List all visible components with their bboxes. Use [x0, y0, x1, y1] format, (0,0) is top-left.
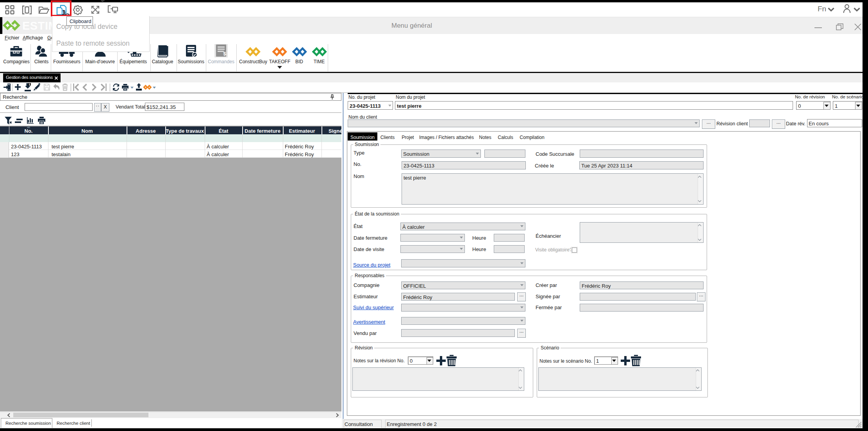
svg-text:$: $: [223, 51, 226, 57]
